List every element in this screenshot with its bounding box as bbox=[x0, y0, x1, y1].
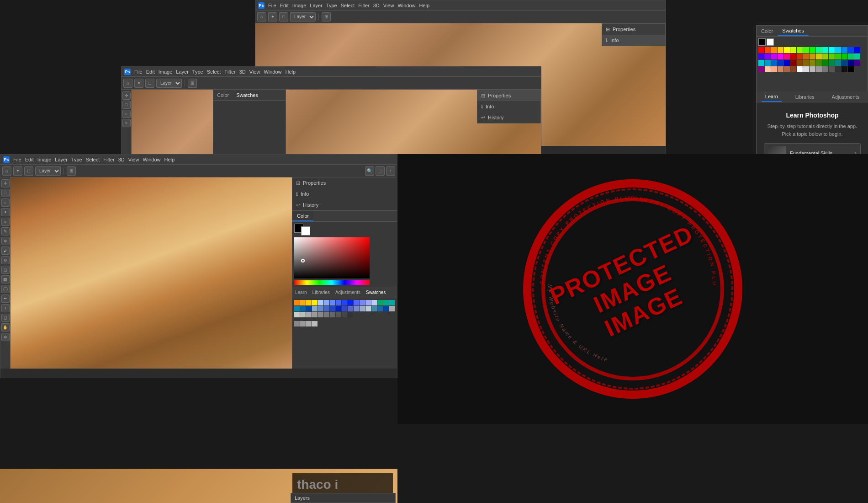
sw-cell[interactable] bbox=[318, 300, 323, 305]
swatch-cell[interactable] bbox=[816, 60, 822, 66]
sw-cell[interactable] bbox=[336, 306, 341, 311]
swatch-cell[interactable] bbox=[842, 54, 847, 59]
sw-cell[interactable] bbox=[377, 300, 383, 305]
tab-learn-front[interactable]: Learn bbox=[292, 287, 310, 298]
swatch-cell[interactable] bbox=[848, 60, 854, 66]
sw-cell[interactable] bbox=[336, 312, 341, 317]
sw-cell[interactable] bbox=[342, 300, 347, 305]
layer-menu-mid[interactable]: Layer bbox=[176, 69, 189, 75]
swatch-cell[interactable] bbox=[790, 47, 796, 53]
brush-tool-icon[interactable]: 🖌 bbox=[1, 246, 10, 255]
sw-cell[interactable] bbox=[354, 306, 359, 311]
sw-cell[interactable] bbox=[324, 312, 329, 317]
select-tool-icon-mid[interactable]: □ bbox=[122, 101, 131, 109]
shape-tool-icon[interactable]: ◻ bbox=[1, 314, 10, 322]
grid-btn-front[interactable]: ⊞ bbox=[67, 166, 76, 176]
zoom-btn-front[interactable]: □ bbox=[376, 166, 385, 176]
swatch-cell[interactable] bbox=[835, 54, 841, 59]
sw-cell[interactable] bbox=[306, 306, 312, 311]
swatch-cell[interactable] bbox=[771, 47, 777, 53]
tab-adjustments-front[interactable]: Adjustments bbox=[333, 287, 363, 298]
filter-menu-back[interactable]: Filter bbox=[358, 3, 369, 8]
sw-cell[interactable] bbox=[360, 306, 365, 311]
info-item-mid[interactable]: ℹ Info bbox=[477, 101, 540, 112]
home-btn-front[interactable]: ⌂ bbox=[2, 166, 11, 176]
artboard-btn-mid[interactable]: □ bbox=[145, 79, 154, 88]
layer-select-front[interactable]: Layer bbox=[35, 166, 61, 176]
swatch-cell[interactable] bbox=[816, 66, 822, 72]
file-menu-front[interactable]: File bbox=[13, 157, 21, 162]
sw-cell[interactable] bbox=[330, 306, 335, 311]
sw-cell[interactable] bbox=[300, 306, 306, 311]
type-menu-front[interactable]: Type bbox=[71, 157, 82, 162]
swatch-cell[interactable] bbox=[784, 54, 790, 59]
sw-cell[interactable] bbox=[354, 300, 359, 305]
artboard-btn-back[interactable]: □ bbox=[279, 12, 288, 21]
edit-menu-mid[interactable]: Edit bbox=[146, 69, 155, 75]
swatch-cell[interactable] bbox=[835, 47, 841, 53]
swatch-cell[interactable] bbox=[803, 54, 809, 59]
help-menu-back[interactable]: Help bbox=[419, 3, 430, 8]
home-btn-mid[interactable]: ⌂ bbox=[123, 79, 132, 88]
sw-cell[interactable] bbox=[294, 300, 300, 305]
select-menu-back[interactable]: Select bbox=[341, 3, 355, 8]
sw-cell[interactable] bbox=[365, 306, 371, 311]
swatch-cell[interactable] bbox=[854, 60, 860, 66]
artboard-btn-front[interactable]: □ bbox=[24, 166, 33, 176]
swatch-cell[interactable] bbox=[778, 54, 783, 59]
heal-tool-icon[interactable]: ⊕ bbox=[1, 237, 10, 245]
pen-tool-icon[interactable]: ✒ bbox=[1, 294, 10, 303]
swatch-cell[interactable] bbox=[784, 47, 790, 53]
image-menu-back[interactable]: Image bbox=[292, 3, 307, 8]
sw-cell[interactable] bbox=[348, 300, 353, 305]
help-menu-front[interactable]: Help bbox=[164, 157, 175, 162]
filter-menu-front[interactable]: Filter bbox=[103, 157, 114, 162]
swatch-cell[interactable] bbox=[784, 60, 790, 66]
move-tool-back[interactable]: ✦ bbox=[268, 12, 277, 21]
swatch-cell[interactable] bbox=[829, 60, 835, 66]
sw-cell[interactable] bbox=[371, 306, 377, 311]
background-swatch[interactable] bbox=[301, 226, 310, 235]
tab-learn[interactable]: Learn bbox=[762, 91, 782, 102]
swatch-cell[interactable] bbox=[803, 66, 809, 72]
swatch-cell[interactable] bbox=[842, 66, 847, 72]
swatch-cell[interactable] bbox=[803, 47, 809, 53]
tab-color-mid[interactable]: Color bbox=[213, 90, 233, 100]
search-btn-front[interactable]: 🔍 bbox=[365, 166, 374, 176]
move-tool-icon[interactable]: ✛ bbox=[1, 179, 10, 187]
crop-tool-icon-mid[interactable]: ⌗ bbox=[122, 119, 131, 127]
info-item-back[interactable]: ℹ Info bbox=[602, 35, 665, 46]
swatch-cell[interactable] bbox=[854, 54, 860, 59]
swatch-cell[interactable] bbox=[758, 66, 764, 72]
image-menu-front[interactable]: Image bbox=[37, 157, 52, 162]
swatch-cell[interactable] bbox=[771, 60, 777, 66]
swatch-cell[interactable] bbox=[778, 66, 783, 72]
sw-cell[interactable] bbox=[360, 300, 365, 305]
view-menu-back[interactable]: View bbox=[383, 3, 394, 8]
view-menu-mid[interactable]: View bbox=[249, 69, 260, 75]
swatch-cell[interactable] bbox=[816, 47, 822, 53]
sw-cell[interactable] bbox=[300, 312, 306, 317]
swatch-cell[interactable] bbox=[790, 66, 796, 72]
swatch-cell[interactable] bbox=[771, 54, 777, 59]
sw-cell[interactable] bbox=[330, 300, 335, 305]
tab-swatches-right[interactable]: Swatches bbox=[778, 26, 809, 36]
swatch-cell[interactable] bbox=[758, 60, 764, 66]
sw-cell[interactable] bbox=[342, 312, 347, 317]
sw-cell[interactable] bbox=[365, 300, 371, 305]
sw-cell[interactable] bbox=[318, 312, 323, 317]
type-menu-back[interactable]: Type bbox=[326, 3, 337, 8]
layer-menu-front[interactable]: Layer bbox=[55, 157, 68, 162]
sw-cell[interactable] bbox=[348, 312, 353, 317]
swatch-black[interactable] bbox=[758, 38, 766, 46]
sw-cell[interactable] bbox=[300, 321, 306, 326]
layer-menu-back[interactable]: Layer bbox=[310, 3, 323, 8]
swatch-cell[interactable] bbox=[784, 66, 790, 72]
sw-cell[interactable] bbox=[389, 306, 395, 311]
window-menu-mid[interactable]: Window bbox=[264, 69, 281, 75]
sw-cell[interactable] bbox=[312, 300, 318, 305]
grid-btn-back[interactable]: ⊞ bbox=[322, 12, 331, 21]
sw-cell[interactable] bbox=[294, 306, 300, 311]
swatch-cell[interactable] bbox=[835, 66, 841, 72]
dodge-tool-icon[interactable]: ◯ bbox=[1, 285, 10, 293]
